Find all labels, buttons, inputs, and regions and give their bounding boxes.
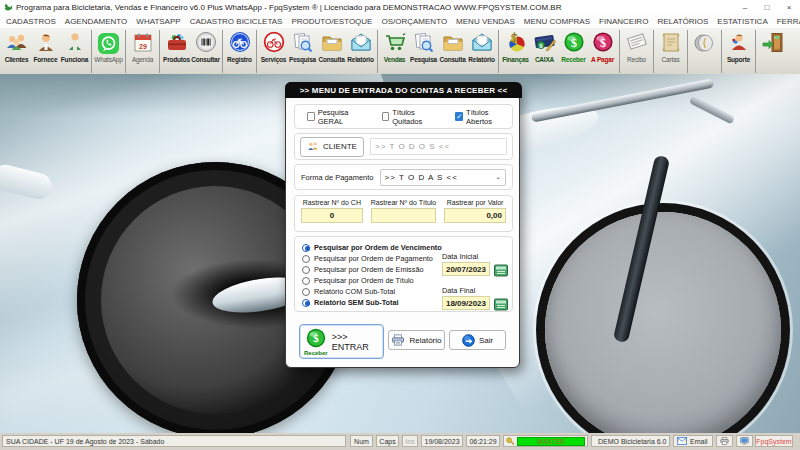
window-title: Programa para Bicicletaria, Vendas e Fin… (16, 3, 561, 12)
menu-cadastro-bicicletas[interactable]: CADASTRO BICICLETAS (190, 17, 283, 26)
bicycle-front-wheel (545, 212, 781, 433)
toolbar-coin-button[interactable] (690, 29, 719, 74)
sair-button[interactable]: Sair (449, 330, 506, 350)
toolbar: Clientes Fornece Funciona WhatsApp 29 Ag… (0, 28, 800, 74)
status-printer[interactable] (716, 435, 733, 447)
cliente-group: CLIENTE >> T O D O S << (294, 133, 513, 160)
scroll-icon (660, 30, 682, 56)
toolbar-suporte-button[interactable]: Suporte (724, 29, 753, 74)
calendar-icon: 29 (132, 30, 154, 56)
exit-door-icon: EXIT (761, 30, 785, 56)
toolbar-relatorio-vendas-button[interactable]: Relatório (467, 29, 496, 74)
close-button[interactable]: × (778, 1, 800, 14)
report-envelope-icon (470, 30, 494, 56)
radio-dot (302, 299, 310, 307)
toolbar-pesquisa-servicos-button[interactable]: Pesquisa (288, 29, 317, 74)
exit-arrow-icon (462, 334, 475, 347)
menu-menu-compras[interactable]: MENU COMPRAS (524, 17, 590, 26)
rastrear-ch-input[interactable]: 0 (301, 208, 363, 223)
toolbar-financas-button[interactable]: $ Finanças (501, 29, 530, 74)
client-people-icon (307, 141, 319, 152)
svg-text:$: $ (313, 332, 319, 344)
checkbox-box (382, 112, 390, 121)
entrar-button[interactable]: $ Receber >>> ENTRAR (299, 324, 384, 359)
radio-ordem-pagamento[interactable]: Pesquisar por Ordem de Pagamento (302, 254, 433, 263)
folder-icon (441, 30, 465, 56)
forma-pagamento-group: Forma de Pagamento >> T O D A S << ⌄ (294, 164, 513, 190)
data-final-input[interactable]: 18/09/2023 (442, 296, 490, 310)
toolbar-consulta-vendas-button[interactable]: Consulta (438, 29, 467, 74)
search-doc-icon (412, 30, 436, 56)
toolbar-servicos-button[interactable]: Serviços (259, 29, 288, 74)
toolbar-vendas-button[interactable]: Vendas (380, 29, 409, 74)
menu-relatorios[interactable]: RELATÓRIOS (657, 17, 708, 26)
printer-icon (391, 334, 405, 346)
menu-os-orcamento[interactable]: OS/ORÇAMENTO (381, 17, 447, 26)
toolbar-relatorio-servicos-button[interactable]: Relatório (346, 29, 375, 74)
toolbar-cartas-button[interactable]: Cartas (656, 29, 685, 74)
toolbar-clientes-button[interactable]: Clientes (2, 29, 31, 74)
forma-pagamento-select[interactable]: >> T O D A S << ⌄ (380, 169, 506, 186)
cart-icon (383, 30, 407, 56)
printer-icon (720, 436, 729, 446)
data-final-label: Data Final (442, 286, 475, 295)
menu-agendamento[interactable]: AGENDAMENTO (65, 17, 128, 26)
toolbar-pesquisa-vendas-button[interactable]: Pesquisa (409, 29, 438, 74)
checkbox-pesquisa-geral[interactable]: Pesquisa GERAL (307, 108, 365, 126)
radio-relatorio-sem-subtotal[interactable]: Relatório SEM Sub-Total (302, 298, 399, 307)
toolbar-produtos-button[interactable]: Produtos (162, 29, 191, 74)
toolbar-receber-button[interactable]: $ Receber (559, 29, 588, 74)
finance-pie-icon: $ (504, 30, 528, 56)
radio-dot (302, 255, 310, 263)
radio-dot (302, 266, 310, 274)
menu-ferramentas[interactable]: FERRAMENTAS (777, 17, 800, 26)
filter-checkbox-group: Pesquisa GERAL Títulos Quitados Títulos … (294, 104, 513, 129)
report-envelope-icon (349, 30, 373, 56)
toolbar-funcionarios-button[interactable]: Funciona (60, 29, 89, 74)
toolbar-consulta-servicos-button[interactable]: Consulta (317, 29, 346, 74)
toolbar-recibo-button[interactable]: Recibo (622, 29, 651, 74)
menu-menu-vendas[interactable]: MENU VENDAS (456, 17, 515, 26)
app-logo-icon (4, 3, 13, 12)
rastrear-titulo-input[interactable] (371, 208, 436, 223)
relatorio-button[interactable]: Relatório (388, 330, 445, 350)
toolbar-exit-button[interactable]: EXIT (758, 29, 787, 74)
data-inicial-label: Data Inicial (442, 252, 478, 261)
toolbar-registro-button[interactable]: Registro (225, 29, 254, 74)
status-email[interactable]: Email (673, 435, 713, 447)
radio-ordem-emissao[interactable]: Pesquisar por Ordem de Emissão (302, 265, 424, 274)
data-inicial-input[interactable]: 20/07/2023 (442, 262, 490, 276)
minimize-button[interactable]: – (734, 1, 756, 14)
checkbox-titulos-quitados[interactable]: Títulos Quitados (382, 108, 437, 126)
toolbar-fornecedores-button[interactable]: Fornece (31, 29, 60, 74)
status-app-version: DEMO Bicicletaria 6.0 (591, 435, 670, 447)
svg-text:$: $ (539, 42, 543, 50)
data-final-calendar-button[interactable] (494, 297, 508, 310)
rastrear-valor-input[interactable]: 0,00 (444, 208, 506, 223)
toolbar-agenda-button[interactable]: 29 Agenda (128, 29, 157, 74)
toolbar-consultar-button[interactable]: Consultar (191, 29, 220, 74)
radio-ordem-vencimento[interactable]: Pesquisar por Ordem de Vencimento (302, 243, 442, 252)
menu-produto-estoque[interactable]: PRODUTO/ESTOQUE (291, 17, 372, 26)
data-inicial-calendar-button[interactable] (494, 263, 508, 276)
radio-ordem-titulo[interactable]: Pesquisar por Ordem de Título (302, 276, 414, 285)
toolbar-caixa-button[interactable]: $ CAIXA (530, 29, 559, 74)
menu-whatsapp[interactable]: WHATSAPP (136, 17, 180, 26)
menu-bar: CADASTROS AGENDAMENTO WHATSAPP CADASTRO … (0, 14, 800, 28)
status-location: SUA CIDADE - UF 19 de Agosto de 2023 - S… (2, 435, 346, 447)
status-bar: SUA CIDADE - UF 19 de Agosto de 2023 - S… (0, 433, 800, 450)
menu-cadastros[interactable]: CADASTROS (6, 17, 56, 26)
cliente-button[interactable]: CLIENTE (300, 137, 364, 157)
radio-relatorio-com-subtotal[interactable]: Relatório COM Sub-Total (302, 287, 395, 296)
maximize-button[interactable]: □ (756, 1, 778, 14)
status-monitor[interactable] (736, 435, 753, 447)
menu-financeiro[interactable]: FINANCEIRO (599, 17, 648, 26)
status-date: 19/08/2023 (421, 435, 463, 447)
email-icon (677, 437, 687, 445)
cliente-value-field[interactable]: >> T O D O S << (370, 138, 507, 155)
toolbar-whatsapp-button[interactable]: WhatsApp (94, 29, 123, 74)
toolbar-a-pagar-button[interactable]: $ A Pagar (588, 29, 617, 74)
menu-estatistica[interactable]: ESTATISTICA (717, 17, 767, 26)
checkbox-titulos-abertos[interactable]: Títulos Abertos (455, 108, 506, 126)
receipt-icon (625, 30, 649, 56)
